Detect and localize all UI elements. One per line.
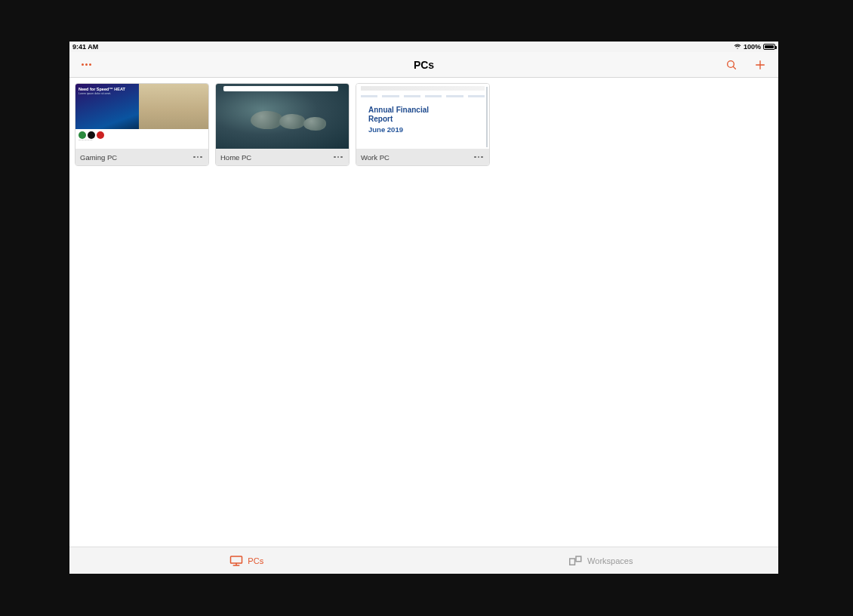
- ellipsis-icon: [82, 63, 91, 66]
- search-button[interactable]: [724, 57, 739, 72]
- thumb-report-date: June 2019: [361, 125, 485, 134]
- pc-card-label: Work PC: [361, 153, 390, 162]
- pc-card-more-button[interactable]: [473, 151, 485, 163]
- search-icon: [725, 59, 738, 71]
- more-button[interactable]: [79, 57, 94, 72]
- thumb-headline: Need for Speed™ HEAT: [79, 87, 136, 91]
- pc-card-gaming[interactable]: Need for Speed™ HEAT Lorem ipsum dolor s…: [75, 83, 209, 166]
- pc-thumbnail: Need for Speed™ HEAT Lorem ipsum dolor s…: [75, 84, 208, 149]
- pc-card-more-button[interactable]: [192, 151, 204, 163]
- nav-bar: PCs: [69, 52, 778, 78]
- ellipsis-icon: [334, 156, 343, 159]
- page-title: PCs: [69, 59, 778, 71]
- wifi-icon: [734, 44, 741, 50]
- pc-card-work[interactable]: Annual Financial Report June 2019 Work P…: [356, 83, 490, 166]
- tab-label: Workspaces: [587, 556, 633, 565]
- pc-card-more-button[interactable]: [332, 151, 344, 163]
- pc-card-label: Home PC: [220, 153, 251, 162]
- pc-card-home[interactable]: Bing Home PC: [215, 83, 350, 166]
- pc-thumbnail: Bing: [216, 84, 349, 149]
- pc-grid: Need for Speed™ HEAT Lorem ipsum dolor s…: [69, 78, 778, 547]
- pc-card-label: Gaming PC: [80, 153, 117, 162]
- pc-card-bar: Gaming PC: [75, 149, 208, 165]
- svg-rect-7: [570, 559, 575, 565]
- svg-line-1: [733, 66, 735, 69]
- status-bar: 9:41 AM 100%: [69, 42, 778, 52]
- status-time: 9:41 AM: [72, 43, 98, 51]
- tab-label: PCs: [248, 556, 263, 565]
- monitor-icon: [229, 556, 243, 566]
- tab-bar: PCs Workspaces: [69, 547, 778, 574]
- add-button[interactable]: [753, 57, 768, 72]
- thumb-report-title: Annual Financial Report: [361, 106, 451, 123]
- ellipsis-icon: [474, 156, 483, 159]
- ellipsis-icon: [193, 156, 202, 159]
- plus-icon: [754, 59, 766, 71]
- pc-card-bar: Work PC: [356, 149, 489, 165]
- tab-workspaces[interactable]: Workspaces: [424, 547, 779, 574]
- thumb-brand: Bing: [227, 86, 234, 90]
- app-window: 9:41 AM 100% PCs: [69, 42, 778, 574]
- battery-icon: [763, 44, 775, 50]
- status-battery-pct: 100%: [744, 43, 761, 51]
- pc-card-bar: Home PC: [216, 149, 349, 165]
- pc-thumbnail: Annual Financial Report June 2019: [356, 84, 489, 149]
- svg-rect-4: [231, 556, 242, 563]
- tab-pcs[interactable]: PCs: [69, 547, 424, 574]
- workspaces-icon: [569, 556, 583, 566]
- svg-rect-8: [576, 556, 581, 562]
